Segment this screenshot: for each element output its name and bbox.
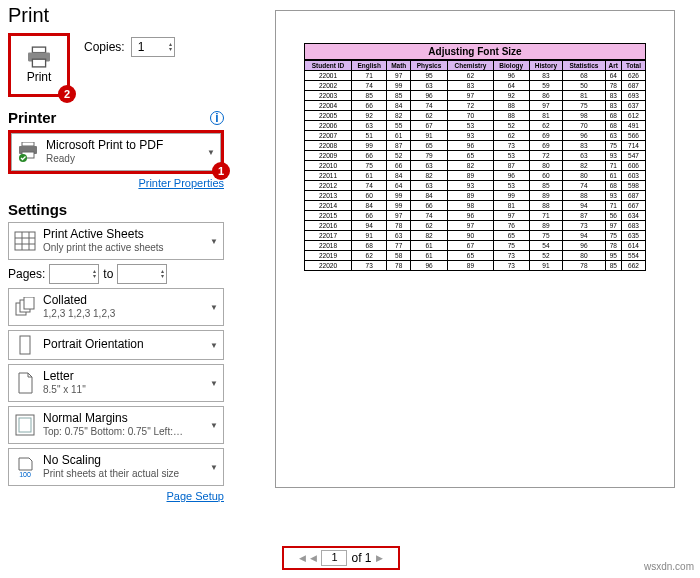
chevron-down-icon: ▼ bbox=[210, 379, 218, 388]
page-total: of 1 bbox=[351, 551, 371, 565]
table-row: 220207378968973917885662 bbox=[305, 261, 646, 271]
table-row: 220196258616573528095554 bbox=[305, 251, 646, 261]
col-header: Physics bbox=[411, 61, 448, 71]
settings-head-label: Settings bbox=[8, 201, 67, 218]
chevron-down-icon: ▼ bbox=[210, 463, 218, 472]
scaling-select[interactable]: 100 No ScalingPrint sheets at their actu… bbox=[8, 448, 224, 486]
table-row: 220017197956296836864626 bbox=[305, 71, 646, 81]
svg-rect-0 bbox=[32, 47, 45, 53]
table-row: 220156697749697718756634 bbox=[305, 211, 646, 221]
print-preview: Adjusting Font Size Student IDEnglishMat… bbox=[275, 10, 675, 488]
printer-icon bbox=[25, 46, 53, 68]
copies-label: Copies: bbox=[84, 40, 125, 54]
copies-value: 1 bbox=[138, 40, 145, 54]
table-row: 220066355675352627068491 bbox=[305, 121, 646, 131]
table-row: 220179163829065759475635 bbox=[305, 231, 646, 241]
orientation-select[interactable]: Portrait Orientation ▼ bbox=[8, 330, 224, 360]
chevron-down-icon: ▼ bbox=[210, 303, 218, 312]
print-what-sub: Only print the active sheets bbox=[43, 242, 164, 254]
printer-name: Microsoft Print to PDF bbox=[46, 139, 163, 153]
print-what-main: Print Active Sheets bbox=[43, 228, 164, 242]
col-header: History bbox=[529, 61, 563, 71]
spinner-arrows[interactable]: ▴▾ bbox=[169, 42, 172, 52]
svg-rect-14 bbox=[24, 297, 34, 309]
table-row: 220116184828996608061603 bbox=[305, 171, 646, 181]
collate-sub: 1,2,3 1,2,3 1,2,3 bbox=[43, 308, 115, 320]
current-page-input[interactable]: 1 bbox=[321, 550, 347, 566]
collate-icon bbox=[13, 295, 37, 319]
table-row: 220075161919362699663566 bbox=[305, 131, 646, 141]
spinner-arrows[interactable]: ▴▾ bbox=[161, 269, 164, 279]
table-row: 220089987659673698375714 bbox=[305, 141, 646, 151]
paper-main: Letter bbox=[43, 370, 86, 384]
table-row: 220148499669881889471667 bbox=[305, 201, 646, 211]
portrait-icon bbox=[13, 333, 37, 357]
callout-badge-2: 2 bbox=[58, 85, 76, 103]
preview-table-title: Adjusting Font Size bbox=[304, 43, 646, 60]
chevron-down-icon: ▼ bbox=[210, 237, 218, 246]
next-page-icon[interactable]: ▶ bbox=[376, 553, 383, 563]
printer-section-head: Printer i bbox=[8, 109, 224, 126]
preview-table: Student IDEnglishMathPhysicsChemistryBio… bbox=[304, 60, 646, 271]
callout-badge-1: 1 bbox=[212, 162, 230, 180]
printer-select[interactable]: Microsoft Print to PDF Ready ▼ bbox=[11, 133, 221, 171]
watermark: wsxdn.com bbox=[644, 561, 694, 572]
print-what-select[interactable]: Print Active SheetsOnly print the active… bbox=[8, 222, 224, 260]
copies-spinner[interactable]: 1 ▴▾ bbox=[131, 37, 175, 57]
pages-range: Pages: ▴▾ to ▴▾ bbox=[8, 264, 224, 284]
col-header: Statistics bbox=[563, 61, 605, 71]
printer-ready-icon bbox=[16, 140, 40, 164]
page-setup-link[interactable]: Page Setup bbox=[8, 490, 224, 502]
print-button-label: Print bbox=[27, 70, 52, 84]
table-row: 220107566638287808271606 bbox=[305, 161, 646, 171]
copies-control: Copies: 1 ▴▾ bbox=[84, 37, 175, 57]
print-button[interactable]: Print 2 bbox=[8, 33, 70, 97]
table-row: 220169478629776897397683 bbox=[305, 221, 646, 231]
col-header: Total bbox=[622, 61, 646, 71]
svg-point-6 bbox=[19, 154, 27, 162]
col-header: Chemistry bbox=[447, 61, 493, 71]
scale-100: 100 bbox=[19, 471, 31, 478]
table-row: 220136099848999898893687 bbox=[305, 191, 646, 201]
sheets-icon bbox=[13, 229, 37, 253]
scaling-main: No Scaling bbox=[43, 454, 179, 468]
pages-from-spinner[interactable]: ▴▾ bbox=[49, 264, 99, 284]
table-row: 220059282627088819868612 bbox=[305, 111, 646, 121]
orientation-main: Portrait Orientation bbox=[43, 338, 144, 352]
table-row: 220096652796553726393547 bbox=[305, 151, 646, 161]
margins-select[interactable]: Normal MarginsTop: 0.75" Bottom: 0.75" L… bbox=[8, 406, 224, 444]
svg-rect-15 bbox=[20, 336, 30, 354]
pages-label: Pages: bbox=[8, 267, 45, 281]
paper-size-select[interactable]: Letter8.5" x 11" ▼ bbox=[8, 364, 224, 402]
margins-sub: Top: 0.75" Bottom: 0.75" Left:… bbox=[43, 426, 183, 438]
margins-main: Normal Margins bbox=[43, 412, 183, 426]
col-header: English bbox=[352, 61, 387, 71]
spinner-arrows[interactable]: ▴▾ bbox=[93, 269, 96, 279]
scaling-icon: 100 bbox=[13, 455, 37, 479]
first-page-icon[interactable]: ◀ bbox=[299, 553, 306, 563]
table-row: 220027499638364595078687 bbox=[305, 81, 646, 91]
col-header: Math bbox=[387, 61, 411, 71]
col-header: Biology bbox=[493, 61, 529, 71]
prev-page-icon[interactable]: ◀ bbox=[310, 553, 317, 563]
col-header: Art bbox=[605, 61, 621, 71]
table-row: 220186877616775549678614 bbox=[305, 241, 646, 251]
page-title: Print bbox=[8, 4, 224, 27]
paper-sub: 8.5" x 11" bbox=[43, 384, 86, 396]
chevron-down-icon: ▼ bbox=[207, 148, 215, 157]
collate-select[interactable]: Collated1,2,3 1,2,3 1,2,3 ▼ bbox=[8, 288, 224, 326]
table-row: 220046684747288977583637 bbox=[305, 101, 646, 111]
scaling-sub: Print sheets at their actual size bbox=[43, 468, 179, 480]
page-icon bbox=[13, 371, 37, 395]
printer-status: Ready bbox=[46, 153, 163, 165]
collate-main: Collated bbox=[43, 294, 115, 308]
pages-to-spinner[interactable]: ▴▾ bbox=[117, 264, 167, 284]
table-row: 220127464639353857468598 bbox=[305, 181, 646, 191]
svg-rect-3 bbox=[22, 142, 34, 146]
chevron-down-icon: ▼ bbox=[210, 341, 218, 350]
info-icon[interactable]: i bbox=[210, 111, 224, 125]
svg-rect-2 bbox=[32, 59, 45, 67]
table-row: 220038585969792868183693 bbox=[305, 91, 646, 101]
svg-rect-7 bbox=[15, 232, 35, 250]
printer-properties-link[interactable]: Printer Properties bbox=[8, 177, 224, 189]
